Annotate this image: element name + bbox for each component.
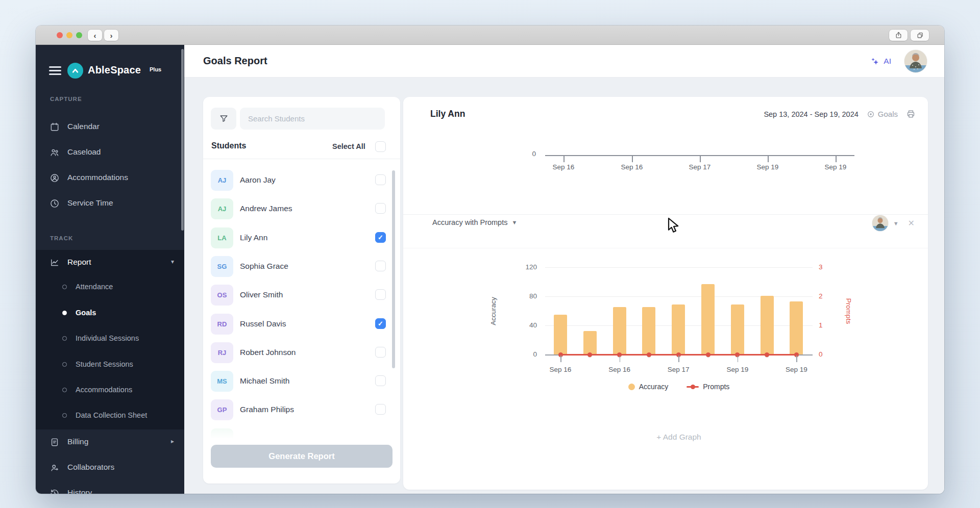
student-row-russel-davis[interactable]: RDRussel Davis xyxy=(203,313,400,336)
student-initials-badge: AJ xyxy=(211,198,233,219)
search-students-input[interactable] xyxy=(240,108,385,130)
student-row-graham-philips[interactable]: GPGraham Philips xyxy=(203,399,400,421)
tab-overview-button[interactable] xyxy=(911,30,929,41)
sidebar-item-goals[interactable]: Goals xyxy=(36,304,184,323)
sidebar-subitem-label: Individual Sessions xyxy=(76,334,139,342)
graph-type-dropdown[interactable]: Accuracy with Prompts ▼ xyxy=(432,218,517,226)
sidebar-item-student-sessions[interactable]: Student Sessions xyxy=(36,356,184,374)
report-student-name: Lily Ann xyxy=(430,109,465,119)
billing-icon xyxy=(50,437,60,447)
graph-student-avatar[interactable] xyxy=(872,215,888,231)
forward-button[interactable]: › xyxy=(104,30,118,41)
student-row-sophia-grace[interactable]: SGSophia Grace xyxy=(203,256,400,278)
axis-tick-label: Sep 19 xyxy=(745,163,791,171)
student-checkbox[interactable] xyxy=(375,203,386,214)
printer-icon xyxy=(906,109,916,119)
sidebar-item-attendance[interactable]: Attendance xyxy=(36,278,184,297)
student-name: Andrew James xyxy=(240,204,292,213)
sidebar-scrollbar[interactable] xyxy=(181,49,184,231)
sidebar-item-accommodations[interactable]: Accommodations xyxy=(36,168,184,188)
header-actions: AI xyxy=(870,45,927,78)
report-icon xyxy=(50,258,60,268)
sidebar-item-calendar[interactable]: Calendar xyxy=(36,117,184,137)
student-checkbox[interactable] xyxy=(375,347,386,358)
page-title: Goals Report xyxy=(203,55,267,67)
student-name: Aaron Jay xyxy=(240,175,276,185)
bullet-icon xyxy=(62,362,67,367)
sidebar-item-billing[interactable]: Billing▸ xyxy=(36,432,184,452)
date-range[interactable]: Sep 13, 2024 - Sep 19, 2024 xyxy=(764,110,858,118)
sidebar-item-caseload[interactable]: Caseload xyxy=(36,142,184,163)
sidebar-item-label: Accommodations xyxy=(67,173,128,182)
sidebar-item-individual-sessions[interactable]: Individual Sessions xyxy=(36,330,184,348)
right-axis-tick-label: 3 xyxy=(819,263,834,271)
brand-name: AbleSpace xyxy=(88,64,141,76)
student-row-robert-johnson[interactable]: RJRobert Johnson xyxy=(203,342,400,364)
student-row-michael-smith[interactable]: MSMichael Smith xyxy=(203,370,400,393)
student-checkbox[interactable] xyxy=(375,318,386,329)
sidebar-section-label-track: TRACK xyxy=(50,235,73,241)
add-graph-button[interactable]: + Add Graph xyxy=(545,433,813,442)
bullet-icon xyxy=(62,388,67,392)
back-button[interactable]: ‹ xyxy=(88,30,102,41)
legend-item-accuracy: Accuracy xyxy=(628,383,669,391)
left-axis-tick-label: 120 xyxy=(514,263,537,271)
student-row-andrew-james[interactable]: AJAndrew James xyxy=(203,198,400,220)
filter-icon xyxy=(219,114,229,123)
student-checkbox[interactable] xyxy=(375,375,386,386)
student-checkbox[interactable] xyxy=(375,261,386,271)
filter-button[interactable] xyxy=(211,108,236,130)
left-axis-tick-label: 80 xyxy=(514,292,537,300)
collaborators-icon xyxy=(50,463,60,473)
bullet-icon xyxy=(62,285,67,289)
student-checkbox[interactable] xyxy=(375,404,386,415)
sidebar-item-label: Service Time xyxy=(67,198,113,208)
sidebar-item-collaborators[interactable]: Collaborators xyxy=(36,458,184,478)
minimize-window-button[interactable] xyxy=(66,32,72,38)
sidebar-item-service-time[interactable]: Service Time xyxy=(36,193,184,214)
student-row-oliver-smith[interactable]: OSOliver Smith xyxy=(203,284,400,307)
caseload-icon xyxy=(50,147,60,158)
student-row-lily-ann[interactable]: LALily Ann xyxy=(203,227,400,249)
chevron-right-icon: ▸ xyxy=(171,438,174,445)
student-list-scrollbar[interactable] xyxy=(392,170,395,368)
chevron-down-icon: ▾ xyxy=(171,258,174,265)
remove-graph-button[interactable]: ✕ xyxy=(908,218,915,228)
menu-icon[interactable] xyxy=(49,66,61,75)
divider xyxy=(403,214,928,215)
share-button[interactable] xyxy=(889,30,908,41)
x-axis-tick xyxy=(620,355,621,362)
close-window-button[interactable] xyxy=(57,32,63,38)
bullet-icon xyxy=(62,336,67,341)
select-all-checkbox[interactable] xyxy=(375,141,386,152)
student-checkbox[interactable] xyxy=(375,289,386,300)
student-checkbox[interactable] xyxy=(375,174,386,185)
sidebar-item-data-collection-sheet[interactable]: Data Collection Sheet xyxy=(36,407,184,425)
student-initials-badge: SG xyxy=(211,256,233,277)
x-axis-tick xyxy=(678,355,679,362)
x-axis-tick xyxy=(738,355,739,362)
main-area: Goals Report AI xyxy=(184,45,944,494)
sidebar-item-report[interactable]: Report▾ xyxy=(36,252,184,273)
ai-label: AI xyxy=(884,57,891,66)
accuracy-bar xyxy=(613,307,626,354)
ablespace-logo-icon xyxy=(67,63,83,79)
zoom-window-button[interactable] xyxy=(76,32,82,38)
ai-assistant-button[interactable]: AI xyxy=(870,57,891,66)
goals-filter-label: Goals xyxy=(878,110,898,118)
x-axis-tick-label: Sep 17 xyxy=(655,366,701,373)
content-area: Students Select All AJAaron JayAJAndrew … xyxy=(184,78,944,494)
sidebar-item-history[interactable]: History xyxy=(36,483,184,494)
calendar-icon xyxy=(50,122,60,132)
sidebar-item-label: Billing xyxy=(67,437,88,446)
avatar-dropdown-caret[interactable]: ▼ xyxy=(893,220,899,226)
sidebar-item-accommodations[interactable]: Accommodations xyxy=(36,382,184,400)
x-axis-tick xyxy=(560,355,561,362)
accommodations-icon xyxy=(50,173,60,183)
student-row-aaron-jay[interactable]: AJAaron Jay xyxy=(203,169,400,192)
goals-filter-button[interactable]: Goals xyxy=(867,110,898,118)
generate-report-button[interactable]: Generate Report xyxy=(211,445,393,468)
print-button[interactable] xyxy=(906,109,916,119)
user-avatar[interactable] xyxy=(904,50,927,72)
student-checkbox[interactable] xyxy=(375,232,386,243)
